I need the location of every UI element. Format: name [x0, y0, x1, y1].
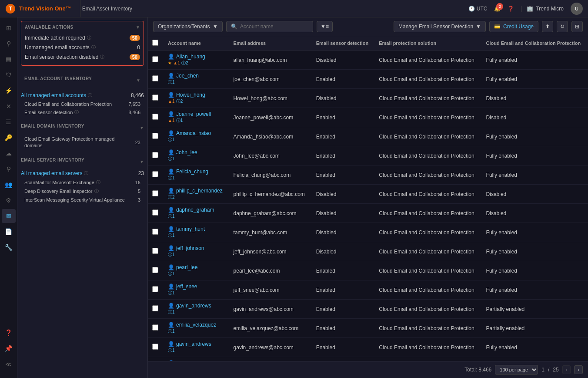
nav-docs[interactable]: 📄	[2, 225, 16, 239]
unmanaged-accounts-item[interactable]: Unmanaged email accounts ⓘ 0	[25, 43, 140, 52]
star-icon[interactable]: ★	[168, 61, 172, 65]
account-name-link[interactable]: 👤 emilia_velazquez	[168, 322, 225, 328]
row-checkbox[interactable]	[152, 75, 158, 81]
available-actions-chevron[interactable]: ▼	[136, 25, 140, 30]
row-checkbox[interactable]	[152, 286, 158, 292]
search-input[interactable]	[240, 24, 308, 30]
row-checkbox[interactable]	[152, 305, 158, 311]
row-checkbox[interactable]	[152, 229, 158, 235]
search-box[interactable]: 🔍	[226, 21, 313, 32]
row-checkbox[interactable]	[152, 94, 158, 101]
cloud-gateway-item[interactable]: Cloud Email Gateway Protection managed d…	[21, 135, 144, 151]
email-sensor-info-icon[interactable]: ⓘ	[74, 109, 79, 115]
user-avatar[interactable]: U	[571, 3, 583, 15]
scanmail-info-icon[interactable]: ⓘ	[96, 179, 100, 186]
filter-button[interactable]: ▼≡	[317, 21, 333, 32]
nav-x[interactable]: ✕	[2, 99, 16, 113]
select-all-checkbox[interactable]	[152, 40, 158, 46]
account-name-link[interactable]: 👤 jeff_johnson	[168, 245, 225, 251]
account-name-link[interactable]: 👤 Howei_hong	[168, 92, 225, 98]
row-checkbox[interactable]	[152, 133, 158, 139]
row-checkbox[interactable]	[152, 114, 158, 120]
refresh-btn[interactable]: ↻	[557, 21, 568, 32]
table-header-row: Account name Email address Email sensor …	[148, 36, 588, 51]
account-name-link[interactable]: 👤 jeff_snee	[168, 284, 225, 290]
email-sensor-detection-item[interactable]: Email sensor detection ⓘ 8,466	[21, 108, 144, 117]
nav-home[interactable]: ⊞	[2, 21, 16, 35]
row-checkbox[interactable]	[152, 209, 158, 216]
sensor-disabled-item[interactable]: Email sensor detection disabled ⓘ 50	[25, 52, 140, 62]
email-server-inventory-chevron[interactable]: ▼	[140, 159, 144, 164]
immediate-action-info-icon[interactable]: ⓘ	[87, 35, 91, 41]
account-name-link[interactable]: 👤 gavin_andrews	[168, 303, 225, 309]
row-checkbox[interactable]	[152, 171, 158, 177]
account-name-link[interactable]: 👤 Joanne_powell	[168, 111, 225, 117]
col-account-name[interactable]: Account name	[164, 36, 229, 51]
row-checkbox[interactable]	[152, 344, 158, 350]
account-name-link[interactable]: 👤 Felicia_chung	[168, 169, 225, 175]
all-managed-servers-info-icon[interactable]: ⓘ	[84, 170, 88, 176]
deep-discovery-info-icon[interactable]: ⓘ	[94, 188, 99, 194]
account-name-link[interactable]: 👤 Allan_huang	[168, 54, 225, 60]
help-btn[interactable]: ❓	[508, 6, 514, 12]
row-checkbox[interactable]	[152, 152, 158, 158]
manage-email-sensor-btn[interactable]: Manage Email Sensor Detection ▼	[394, 21, 486, 32]
nav-key[interactable]: 🔑	[2, 131, 16, 145]
account-name-link[interactable]: 👤 phillip_c_hernandez	[168, 188, 225, 194]
nav-email[interactable]: ✉	[2, 209, 16, 223]
nav-collapse[interactable]: ≪	[2, 357, 16, 371]
nav-help-bottom[interactable]: ❓	[2, 326, 16, 340]
email-domain-inventory-chevron[interactable]: ▼	[140, 125, 144, 130]
org-tenants-dropdown[interactable]: Organizations/Tenants ▼	[153, 21, 223, 32]
nav-dashboard[interactable]: ▦	[2, 52, 16, 66]
nav-cloud[interactable]: ☁	[2, 146, 16, 160]
interscan-item[interactable]: InterScan Messaging Security Virtual App…	[21, 196, 144, 205]
utc-btn[interactable]: 🕐 UTC	[468, 6, 488, 12]
account-name-link[interactable]: 👤 Amanda_hsiao	[168, 130, 225, 136]
scanmail-item[interactable]: ScanMail for Microsoft Exchange ⓘ 16	[21, 178, 144, 187]
per-page-select[interactable]: 100 per page 50 per page 25 per page	[495, 365, 538, 375]
nav-lightning[interactable]: ⚡	[2, 84, 16, 98]
row-checkbox[interactable]	[152, 190, 158, 196]
all-managed-info-icon[interactable]: ⓘ	[88, 92, 92, 98]
columns-btn[interactable]: ⊞	[571, 21, 583, 32]
col-email-address[interactable]: Email address	[229, 36, 312, 51]
notification-btn[interactable]: 🔔 2	[494, 6, 501, 12]
email-account-inventory-chevron[interactable]: ▼	[136, 78, 140, 83]
col-cloud-email[interactable]: Cloud Email and Collaboration Protection	[482, 36, 588, 51]
cloud-email-item[interactable]: Cloud Email and Collaboration Protection…	[21, 100, 144, 108]
nav-bookmark[interactable]: 📌	[2, 341, 16, 355]
row-checkbox[interactable]	[152, 267, 158, 273]
account-name: Allan_huang	[176, 54, 205, 60]
account-name-link[interactable]: 👤 tammy_hunt	[168, 226, 225, 232]
unmanaged-accounts-info-icon[interactable]: ⓘ	[91, 44, 96, 51]
row-checkbox[interactable]	[152, 56, 158, 62]
all-managed-email-accounts-item[interactable]: All managed email accounts ⓘ 8,466	[21, 91, 144, 100]
nav-users[interactable]: 👥	[2, 178, 16, 192]
nav-search[interactable]: ⚲	[2, 37, 16, 51]
all-managed-servers-item[interactable]: All managed email servers ⓘ 23	[21, 169, 144, 178]
account-name-link[interactable]: 👤 daphne_graham	[168, 207, 225, 213]
info-badge: ⓘ1	[168, 175, 175, 181]
export-btn[interactable]: ⬆	[542, 21, 553, 32]
nav-shield[interactable]: 🛡	[2, 68, 16, 82]
row-checkbox[interactable]	[152, 324, 158, 331]
sensor-disabled-info-icon[interactable]: ⓘ	[100, 54, 104, 60]
immediate-action-item[interactable]: Immediate action required ⓘ 50	[25, 33, 140, 43]
account-name-link[interactable]: 👤 gavin_andrews	[168, 341, 225, 347]
protection-solution: Cloud Email and Collaboration Protection	[379, 57, 474, 63]
col-email-sensor[interactable]: Email sensor detection	[312, 36, 374, 51]
account-name-link[interactable]: 👤 pearl_lee	[168, 264, 225, 270]
next-page-btn[interactable]: ›	[574, 365, 583, 374]
nav-tools[interactable]: 🔧	[2, 240, 16, 254]
nav-settings-top[interactable]: ⚙	[2, 193, 16, 207]
account-name-link[interactable]: 👤 John_lee	[168, 149, 225, 155]
credit-usage-btn[interactable]: 💳 Credit Usage	[489, 21, 538, 32]
col-email-protection-solution[interactable]: Email protection solution	[374, 36, 481, 51]
nav-magnify[interactable]: ⚲	[2, 162, 16, 176]
row-checkbox[interactable]	[152, 248, 158, 254]
account-name-link[interactable]: 👤 Joe_chen	[168, 73, 225, 79]
deep-discovery-item[interactable]: Deep Discovery Email Inspector ⓘ 5	[21, 187, 144, 196]
prev-page-btn[interactable]: ‹	[562, 365, 571, 374]
nav-list[interactable]: ☰	[2, 115, 16, 129]
